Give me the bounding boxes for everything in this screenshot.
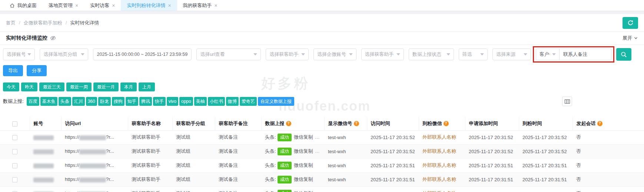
expand-toggle[interactable]: 展开 bbox=[623, 35, 638, 41]
wechat-copy-link[interactable]: 微信复制 bbox=[294, 176, 313, 182]
row-checkbox[interactable] bbox=[12, 149, 17, 154]
source-toutiao[interactable]: 头条 bbox=[59, 97, 71, 106]
tab-realtime-visitors[interactable]: 实时访客 × bbox=[84, 0, 121, 11]
data-report-cell: 头条:成功微信复制 bbox=[261, 186, 324, 192]
assistant-name-cell: 测试获客助手 bbox=[128, 130, 172, 144]
tab-my-desktop[interactable]: 我的桌面 bbox=[4, 0, 43, 11]
source-sogou[interactable]: 搜狗 bbox=[112, 97, 125, 106]
source-tencent[interactable]: 腾讯 bbox=[139, 97, 152, 106]
quick-date-thismonth[interactable]: 本月 bbox=[120, 82, 137, 91]
conversion-table: 账号 访问url 获客助手名称 获客助手分组 获客助手备注 数据上报? 显示微信… bbox=[0, 117, 644, 192]
session-cell: 否 bbox=[572, 186, 644, 192]
column-settings-button[interactable] bbox=[562, 97, 572, 106]
report-source-row: 数据上报: 百度 基木鱼 头条 汇川 360 卧龙 搜狗 知乎 腾讯 快手 vi… bbox=[3, 97, 641, 106]
row-checkbox[interactable] bbox=[12, 135, 17, 140]
status-badge: 成功 bbox=[278, 190, 292, 192]
close-icon[interactable]: × bbox=[215, 3, 218, 8]
report-status-select[interactable]: 数据上报状态 bbox=[409, 48, 454, 60]
search-button[interactable] bbox=[616, 48, 631, 61]
help-icon[interactable]: ? bbox=[444, 121, 449, 126]
caret-down-icon bbox=[253, 53, 257, 55]
source-zhihu[interactable]: 知乎 bbox=[126, 97, 138, 106]
source-meiyou[interactable]: 美柚 bbox=[194, 97, 207, 106]
wechat-copy-link[interactable]: 微信复制 bbox=[294, 162, 313, 168]
source-custom-report[interactable]: 自定义数据上报 bbox=[258, 97, 294, 106]
row-checkbox[interactable] bbox=[12, 163, 17, 168]
account-cell bbox=[30, 158, 61, 172]
account-cell bbox=[30, 144, 61, 158]
assistant-name-cell: 测试获客助手 bbox=[128, 144, 172, 158]
remark-search-input[interactable] bbox=[560, 48, 611, 60]
tab-landing-page-mgmt[interactable]: 落地页管理 × bbox=[43, 0, 84, 11]
tab-my-assistants[interactable]: 我的获客助手 × bbox=[177, 0, 223, 11]
share-button[interactable]: 分享 bbox=[27, 65, 47, 76]
landing-group-select[interactable]: 选择落地页分组 bbox=[40, 48, 88, 60]
source-vivo[interactable]: vivo bbox=[167, 97, 178, 106]
caret-down-icon bbox=[447, 53, 450, 55]
wechat-copy-link[interactable]: 微信复制 bbox=[294, 191, 313, 192]
assistant-group-select[interactable]: 选择获客助手分组 bbox=[266, 48, 309, 60]
fan-wechat-cell: 外部联系人名称 bbox=[419, 144, 465, 158]
account-cell bbox=[30, 186, 61, 192]
help-icon[interactable]: ? bbox=[286, 121, 291, 126]
wechat-copy-link[interactable]: 微信复制 bbox=[294, 134, 313, 140]
quick-date-lastmonth[interactable]: 最近一月 bbox=[93, 82, 119, 91]
fan-time-cell: 2025-11-17 20:31:51 bbox=[519, 158, 572, 172]
source-wolong[interactable]: 卧龙 bbox=[98, 97, 111, 106]
close-icon[interactable]: × bbox=[75, 3, 78, 8]
quick-date-lastweek[interactable]: 最近一周 bbox=[66, 82, 92, 91]
visit-time-cell: 2025-11-17 20:31:51 bbox=[367, 186, 419, 192]
fan-wechat-cell: 外部联系人名称 bbox=[419, 172, 465, 186]
wecom-account-select[interactable]: 选择企微账号 bbox=[313, 48, 356, 60]
help-icon[interactable]: ? bbox=[597, 121, 602, 126]
filter-select[interactable]: 筛选 bbox=[459, 48, 488, 60]
breadcrumb-home[interactable]: 首页 bbox=[6, 20, 16, 26]
source-kuaishou[interactable]: 快手 bbox=[153, 97, 166, 106]
tab-label: 实时访客 bbox=[90, 2, 109, 9]
col-visit-url: 访问url bbox=[61, 117, 128, 130]
breadcrumb-row: 首页 / 企微获客助手加粉 / 实时转化详情 bbox=[0, 14, 644, 32]
remark-type-select[interactable]: 客户备注 bbox=[536, 48, 560, 60]
source-oppo[interactable]: oppo bbox=[179, 97, 193, 106]
caret-down-icon bbox=[396, 53, 400, 55]
source-360[interactable]: 360 bbox=[86, 97, 97, 106]
apply-time-cell: 2025-11-17 20:31:51 bbox=[465, 186, 519, 192]
quick-date-prevmonth[interactable]: 上月 bbox=[139, 82, 155, 91]
tab-realtime-fan-conversion[interactable]: 实时到粉转化详情 × bbox=[121, 0, 177, 11]
redacted-url bbox=[79, 178, 106, 182]
source-xiaohongshu[interactable]: 小红书 bbox=[208, 97, 225, 106]
select-all-checkbox[interactable] bbox=[12, 121, 17, 127]
refresh-button[interactable] bbox=[623, 17, 638, 29]
source-weibo[interactable]: 微博 bbox=[226, 97, 239, 106]
assistant-remark-cell: 测试备注 bbox=[215, 144, 261, 158]
redacted-account bbox=[33, 178, 54, 182]
row-checkbox[interactable] bbox=[12, 177, 17, 182]
quick-date-today[interactable]: 今天 bbox=[3, 82, 19, 91]
breadcrumb-section[interactable]: 企微获客助手加粉 bbox=[24, 20, 62, 26]
eye-off-icon[interactable] bbox=[50, 35, 56, 41]
remark-type-value: 客户备注 bbox=[540, 51, 550, 58]
wechat-copy-link[interactable]: 微信复制 bbox=[294, 148, 313, 154]
assistant-select[interactable]: 选择获客助手 bbox=[361, 48, 404, 60]
source-select[interactable]: 选择来源 bbox=[492, 48, 531, 60]
quick-date-yesterday[interactable]: 昨天 bbox=[21, 82, 37, 91]
export-button[interactable]: 导出 bbox=[3, 65, 23, 76]
date-range-picker[interactable]: 2025-11-15 00:00:00 ~ 2025-11-17 23:59:5… bbox=[93, 48, 192, 60]
help-icon[interactable]: ? bbox=[354, 121, 359, 126]
source-huichuan[interactable]: 汇川 bbox=[72, 97, 85, 106]
visit-url-cell: https://?r... bbox=[61, 158, 128, 172]
source-jimuyu[interactable]: 基木鱼 bbox=[40, 97, 57, 106]
url-view-select[interactable]: 选择url查看 bbox=[196, 48, 261, 60]
visit-time-cell: 2025-11-17 20:31:51 bbox=[367, 172, 419, 186]
account-select[interactable]: 选择账号 bbox=[3, 48, 35, 60]
report-source-label: 数据上报: bbox=[3, 98, 24, 105]
col-fan-wechat: 到粉微信? bbox=[419, 117, 465, 130]
filter-toolbar: 选择账号 选择落地页分组 2025-11-15 00:00:00 ~ 2025-… bbox=[0, 45, 644, 64]
close-icon[interactable]: × bbox=[168, 3, 171, 8]
assistant-remark-cell: 测试备注 bbox=[215, 186, 261, 192]
source-iqiyi[interactable]: 爱奇艺 bbox=[240, 97, 257, 106]
close-icon[interactable]: × bbox=[112, 3, 115, 8]
col-session: 发起会话? bbox=[572, 117, 644, 130]
quick-date-last3days[interactable]: 最近三天 bbox=[39, 82, 64, 91]
source-baidu[interactable]: 百度 bbox=[27, 97, 39, 106]
